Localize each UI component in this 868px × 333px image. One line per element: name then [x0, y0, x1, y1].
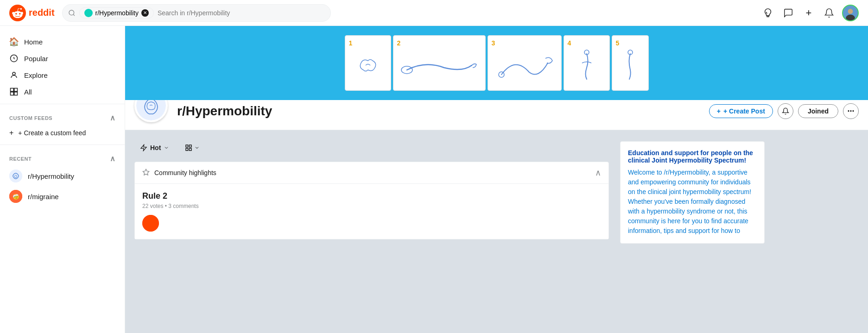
- migraine-label: r/migraine: [28, 193, 59, 201]
- rule-title: Rule 2: [142, 191, 601, 201]
- community-description-widget: Education and support for people on the …: [620, 141, 765, 244]
- subreddit-header-actions: + + Create Post Joined ···: [709, 103, 859, 119]
- rule-comments: 3: [168, 203, 171, 209]
- rule-meta: 22 votes • 3 comments: [142, 203, 601, 209]
- layout-button[interactable]: [180, 141, 204, 154]
- svg-line-7: [16, 56, 17, 56]
- feed-area: Hot: [134, 141, 609, 251]
- search-icon: [68, 9, 76, 17]
- banner-card-1: 1: [345, 35, 391, 91]
- left-sidebar: 🏠 Home Popular Explore: [0, 26, 125, 333]
- rule-poster-avatar: 🧙: [142, 215, 159, 232]
- svg-rect-12: [14, 92, 18, 95]
- sidebar-popular-label: Popular: [24, 55, 48, 63]
- more-options-button[interactable]: ···: [843, 103, 859, 119]
- sidebar-item-migraine[interactable]: 🤕 r/migraine: [0, 186, 125, 207]
- svg-point-25: [142, 215, 159, 232]
- bell-button[interactable]: [778, 103, 793, 119]
- widget-description: Welcome to /r/Hypermobility, a supportiv…: [628, 168, 757, 236]
- create-post-icon[interactable]: +: [801, 6, 816, 20]
- pin-icon: [142, 169, 150, 177]
- subreddit-tag[interactable]: r/Hypermobility ✕: [79, 7, 154, 19]
- highlights-chevron: ∧: [595, 168, 601, 178]
- highlights-header[interactable]: Community highlights ∧: [135, 162, 608, 184]
- subreddit-tag-icon: [84, 9, 93, 17]
- banner-num-2: 2: [397, 39, 401, 47]
- awards-icon[interactable]: [760, 6, 775, 20]
- joined-button[interactable]: Joined: [798, 104, 838, 118]
- right-sidebar: Education and support for people on the …: [620, 141, 765, 251]
- close-tag-button[interactable]: ✕: [141, 9, 149, 17]
- subreddit-banner: 1 2: [125, 26, 868, 100]
- sidebar-all-label: All: [24, 88, 32, 96]
- svg-rect-23: [186, 148, 188, 151]
- banner-illustration: 1 2: [345, 35, 649, 91]
- svg-rect-22: [190, 145, 192, 147]
- highlights-header-left: Community highlights: [142, 169, 216, 177]
- page-layout: 🏠 Home Popular Explore: [0, 26, 868, 333]
- banner-num-4: 4: [568, 39, 571, 47]
- rule-card: Rule 2 22 votes • 3 comments 🧙: [135, 184, 608, 239]
- content-area: Hot: [125, 130, 774, 262]
- svg-point-3: [848, 9, 853, 14]
- svg-point-8: [13, 72, 15, 75]
- svg-line-6: [11, 56, 12, 56]
- sidebar-item-popular[interactable]: Popular: [0, 50, 125, 67]
- banner-card-4: 4: [564, 35, 610, 91]
- sidebar-item-explore[interactable]: Explore: [0, 67, 125, 83]
- all-icon: [9, 87, 19, 96]
- recent-header: RECENT ∧: [0, 149, 125, 166]
- svg-rect-21: [186, 145, 188, 147]
- user-avatar[interactable]: [842, 5, 859, 21]
- more-dots: ···: [847, 107, 854, 116]
- sidebar-item-hypermobility[interactable]: r/Hypermobility: [0, 166, 125, 186]
- nav-actions: +: [760, 5, 859, 21]
- subreddit-header: r/Hypermobility + + Create Post Joined ·…: [125, 100, 868, 130]
- sidebar-item-all[interactable]: All: [0, 83, 125, 100]
- custom-feeds-header: CUSTOM FEEDS ∧: [0, 108, 125, 125]
- svg-rect-9: [11, 88, 14, 92]
- joined-label: Joined: [808, 107, 829, 115]
- hypermobility-icon: [9, 170, 22, 182]
- hypermobility-label: r/Hypermobility: [28, 172, 74, 180]
- svg-point-1: [69, 10, 74, 15]
- main-content: 1 2: [125, 26, 868, 333]
- banner-card-5: 5: [612, 35, 649, 91]
- recent-label: RECENT: [9, 156, 32, 162]
- svg-rect-24: [190, 148, 192, 151]
- explore-icon: [9, 70, 19, 80]
- search-bar[interactable]: r/Hypermobility ✕: [62, 4, 331, 22]
- svg-text:🤕: 🤕: [13, 193, 19, 200]
- custom-feeds-label: CUSTOM FEEDS: [9, 115, 52, 121]
- plus-icon: +: [9, 129, 13, 137]
- banner-num-3: 3: [492, 39, 495, 47]
- banner-card-2: 2: [393, 35, 486, 91]
- feed-controls: Hot: [134, 141, 609, 154]
- rule-votes-label: votes •: [150, 203, 169, 209]
- sort-label: Hot: [150, 144, 161, 151]
- create-post-label: + Create Post: [723, 107, 765, 115]
- chat-icon[interactable]: [781, 6, 796, 20]
- sidebar-item-home[interactable]: 🏠 Home: [0, 33, 125, 50]
- svg-rect-10: [14, 88, 18, 92]
- custom-feeds-chevron: ∧: [110, 113, 116, 122]
- reddit-logo[interactable]: reddit: [9, 5, 55, 21]
- create-post-button[interactable]: + + Create Post: [709, 104, 773, 118]
- popular-icon: [9, 54, 19, 63]
- svg-point-13: [9, 170, 22, 182]
- create-custom-feed[interactable]: + + Create a custom feed: [0, 125, 125, 141]
- svg-rect-11: [11, 92, 14, 95]
- notifications-icon[interactable]: [822, 6, 836, 20]
- create-post-plus: +: [717, 107, 721, 115]
- sidebar-divider-2: [0, 145, 125, 145]
- sidebar-divider-1: [0, 104, 125, 104]
- sort-hot-button[interactable]: Hot: [134, 141, 175, 154]
- search-input[interactable]: [158, 9, 325, 17]
- subreddit-tag-label: r/Hypermobility: [95, 9, 139, 17]
- community-highlights: Community highlights ∧ Rule 2 22 votes •…: [134, 162, 609, 239]
- home-icon: 🏠: [9, 37, 19, 46]
- migraine-icon: 🤕: [9, 190, 22, 203]
- banner-num-5: 5: [616, 39, 620, 47]
- rule-comments-label: comments: [173, 203, 198, 209]
- widget-title: Education and support for people on the …: [628, 149, 757, 164]
